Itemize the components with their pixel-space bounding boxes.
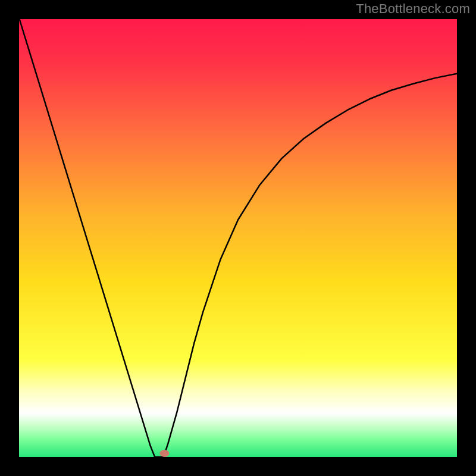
optimal-point-marker — [159, 450, 169, 457]
chart-svg — [0, 0, 476, 476]
frame-right — [457, 0, 476, 476]
watermark-text: TheBottleneck.com — [356, 1, 470, 17]
frame-left — [0, 0, 19, 476]
frame-bottom — [0, 457, 476, 476]
chart-container: TheBottleneck.com — [0, 0, 476, 476]
chart-background — [19, 18, 457, 457]
